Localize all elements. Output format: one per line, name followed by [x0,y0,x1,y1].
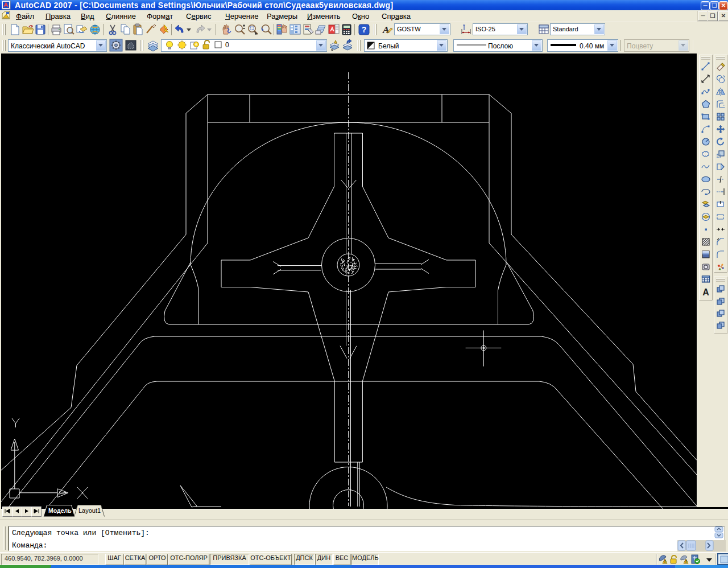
svg-text:A: A [702,287,709,297]
svg-text:!: ! [685,559,687,564]
svg-text:Модель: Модель [48,507,72,514]
svg-text:!: ! [664,559,666,564]
svg-text:0: 0 [225,41,229,49]
svg-text:Layout1: Layout1 [78,507,101,514]
svg-text:A: A [382,24,389,35]
svg-text:?: ? [362,25,367,34]
